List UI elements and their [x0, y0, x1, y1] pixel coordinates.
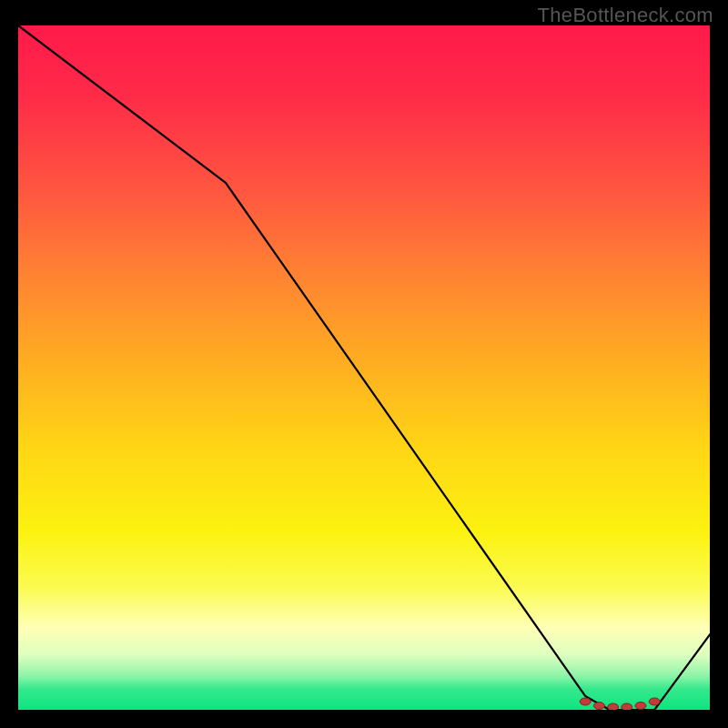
plot-area	[18, 25, 710, 710]
markers-layer	[18, 25, 710, 710]
marker-point	[622, 703, 632, 710]
marker-point	[608, 703, 619, 710]
marker-point	[635, 702, 646, 709]
attribution-text: TheBottleneck.com	[538, 4, 713, 27]
marker-point	[593, 702, 604, 709]
marker-point	[649, 698, 660, 705]
chart-stage: TheBottleneck.com	[0, 0, 728, 728]
marker-point	[580, 698, 591, 705]
